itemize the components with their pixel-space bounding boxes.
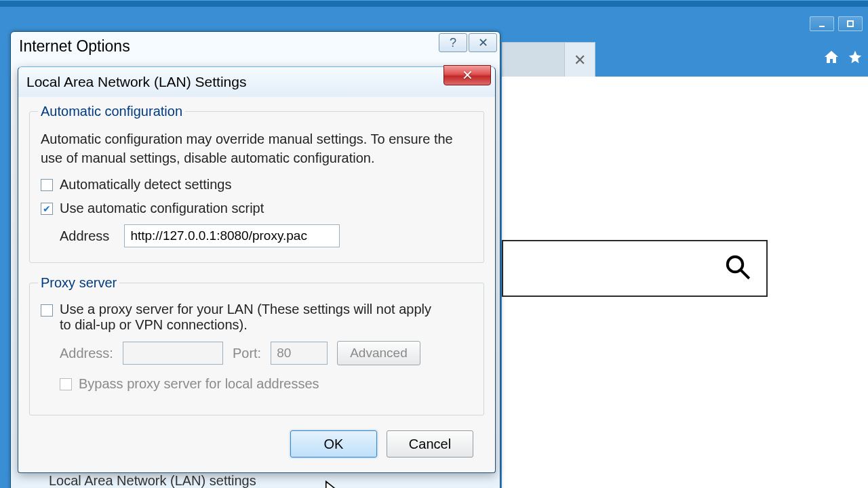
lan-titlebar: Local Area Network (LAN) Settings ✕ <box>18 67 495 97</box>
window-controls <box>810 16 863 31</box>
use-script-label: Use automatic configuration script <box>60 201 264 216</box>
lan-title: Local Area Network (LAN) Settings <box>26 74 246 90</box>
close-button[interactable]: ✕ <box>469 33 497 52</box>
lan-section-label: Local Area Network (LAN) settings <box>49 473 256 488</box>
bypass-proxy-checkbox[interactable] <box>60 378 72 390</box>
auto-detect-row[interactable]: Automatically detect settings <box>41 177 473 192</box>
browser-titlebar <box>0 0 868 7</box>
help-button[interactable]: ? <box>439 33 467 52</box>
ok-button[interactable]: OK <box>290 430 377 458</box>
script-address-label: Address <box>60 228 109 244</box>
proxy-address-row: Address: Port: Advanced <box>60 341 473 365</box>
script-address-row: Address <box>60 224 473 247</box>
use-script-checkbox[interactable]: ✔ <box>41 203 53 215</box>
proxy-port-label: Port: <box>233 346 261 361</box>
internet-options-title: Internet Options <box>11 32 500 65</box>
dialog-button-row: OK Cancel <box>29 428 484 460</box>
use-proxy-label: Use a proxy server for your LAN (These s… <box>60 302 439 333</box>
script-address-input[interactable] <box>124 224 340 247</box>
browser-tab[interactable] <box>502 43 565 78</box>
home-icon[interactable] <box>823 49 840 69</box>
auto-config-description: Automatic configuration may override man… <box>41 130 473 167</box>
lan-settings-dialog: Local Area Network (LAN) Settings ✕ Auto… <box>18 66 496 473</box>
auto-detect-label: Automatically detect settings <box>60 177 231 192</box>
auto-config-legend: Automatic configuration <box>38 104 185 119</box>
use-script-row[interactable]: ✔ Use automatic configuration script <box>41 201 473 216</box>
minimize-button[interactable] <box>810 16 834 31</box>
tab-close-icon[interactable]: ✕ <box>565 52 595 69</box>
use-proxy-checkbox[interactable] <box>41 304 53 317</box>
bypass-proxy-label: Bypass proxy server for local addresses <box>79 376 319 392</box>
bypass-proxy-row[interactable]: Bypass proxy server for local addresses <box>60 376 473 392</box>
svg-line-3 <box>741 270 749 279</box>
search-icon <box>724 253 751 283</box>
star-icon[interactable] <box>848 49 863 68</box>
close-button[interactable]: ✕ <box>443 65 491 85</box>
cancel-button[interactable]: Cancel <box>387 430 473 458</box>
browser-toolbar <box>823 49 863 69</box>
advanced-button[interactable]: Advanced <box>337 341 420 365</box>
use-proxy-row[interactable]: Use a proxy server for your LAN (These s… <box>41 302 473 333</box>
browser-tabstrip: ✕ <box>502 42 595 77</box>
proxy-address-label: Address: <box>60 346 113 361</box>
proxy-port-input[interactable] <box>271 342 328 365</box>
automatic-configuration-group: Automatic configuration Automatic config… <box>29 104 484 263</box>
proxy-server-group: Proxy server Use a proxy server for your… <box>29 275 484 415</box>
svg-point-2 <box>728 257 743 272</box>
page-search-box[interactable] <box>502 240 768 297</box>
maximize-button[interactable] <box>838 16 863 31</box>
svg-rect-1 <box>848 21 853 26</box>
auto-detect-checkbox[interactable] <box>41 179 53 191</box>
proxy-legend: Proxy server <box>38 275 119 291</box>
proxy-address-input[interactable] <box>123 342 223 365</box>
